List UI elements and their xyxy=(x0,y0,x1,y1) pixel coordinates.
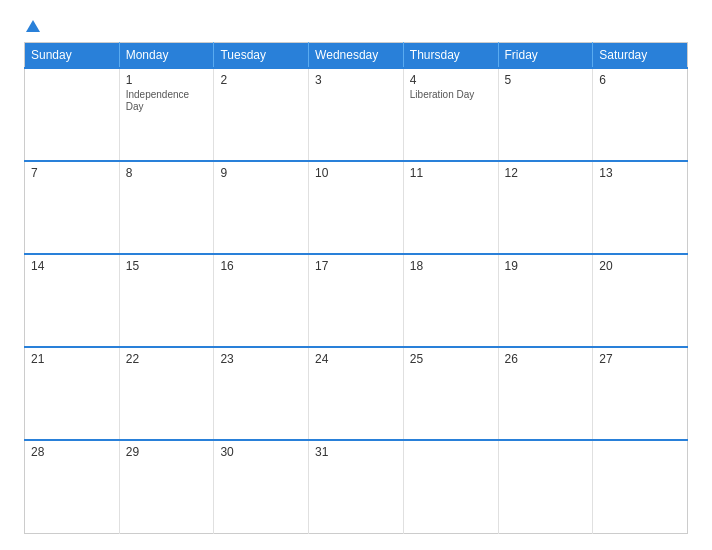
calendar-day-cell: 27 xyxy=(593,347,688,440)
calendar-day-cell: 14 xyxy=(25,254,120,347)
calendar-day-cell xyxy=(25,68,120,161)
day-number: 4 xyxy=(410,73,492,87)
calendar-day-cell: 23 xyxy=(214,347,309,440)
calendar-day-cell: 21 xyxy=(25,347,120,440)
day-of-week-header: Monday xyxy=(119,43,214,69)
calendar-day-cell: 28 xyxy=(25,440,120,533)
day-number: 3 xyxy=(315,73,397,87)
calendar-day-cell: 29 xyxy=(119,440,214,533)
calendar-day-cell: 1Independence Day xyxy=(119,68,214,161)
day-of-week-header: Thursday xyxy=(403,43,498,69)
day-number: 16 xyxy=(220,259,302,273)
day-of-week-header: Saturday xyxy=(593,43,688,69)
day-of-week-header: Sunday xyxy=(25,43,120,69)
calendar-day-cell: 25 xyxy=(403,347,498,440)
day-number: 22 xyxy=(126,352,208,366)
day-number: 11 xyxy=(410,166,492,180)
day-number: 9 xyxy=(220,166,302,180)
calendar-day-cell: 20 xyxy=(593,254,688,347)
calendar-day-cell: 7 xyxy=(25,161,120,254)
calendar-week-row: 1Independence Day234Liberation Day56 xyxy=(25,68,688,161)
day-number: 31 xyxy=(315,445,397,459)
calendar-day-cell: 22 xyxy=(119,347,214,440)
holiday-label: Liberation Day xyxy=(410,89,492,101)
calendar-table: SundayMondayTuesdayWednesdayThursdayFrid… xyxy=(24,42,688,534)
calendar-day-cell: 6 xyxy=(593,68,688,161)
day-number: 18 xyxy=(410,259,492,273)
calendar-week-row: 78910111213 xyxy=(25,161,688,254)
day-number: 30 xyxy=(220,445,302,459)
day-number: 1 xyxy=(126,73,208,87)
day-number: 23 xyxy=(220,352,302,366)
day-number: 29 xyxy=(126,445,208,459)
day-number: 12 xyxy=(505,166,587,180)
day-number: 28 xyxy=(31,445,113,459)
calendar-day-cell: 2 xyxy=(214,68,309,161)
day-number: 5 xyxy=(505,73,587,87)
calendar-day-cell: 10 xyxy=(309,161,404,254)
holiday-label: Independence Day xyxy=(126,89,208,113)
day-number: 14 xyxy=(31,259,113,273)
days-of-week-row: SundayMondayTuesdayWednesdayThursdayFrid… xyxy=(25,43,688,69)
calendar-day-cell: 8 xyxy=(119,161,214,254)
day-number: 10 xyxy=(315,166,397,180)
calendar-day-cell xyxy=(403,440,498,533)
calendar-week-row: 28293031 xyxy=(25,440,688,533)
day-of-week-header: Friday xyxy=(498,43,593,69)
calendar-day-cell: 3 xyxy=(309,68,404,161)
calendar-day-cell: 31 xyxy=(309,440,404,533)
calendar-day-cell: 9 xyxy=(214,161,309,254)
day-number: 24 xyxy=(315,352,397,366)
day-number: 17 xyxy=(315,259,397,273)
calendar-day-cell: 15 xyxy=(119,254,214,347)
calendar-body: 1Independence Day234Liberation Day567891… xyxy=(25,68,688,534)
day-of-week-header: Tuesday xyxy=(214,43,309,69)
day-of-week-header: Wednesday xyxy=(309,43,404,69)
logo xyxy=(24,20,40,32)
calendar-day-cell: 11 xyxy=(403,161,498,254)
calendar-day-cell: 30 xyxy=(214,440,309,533)
day-number: 8 xyxy=(126,166,208,180)
calendar-day-cell: 13 xyxy=(593,161,688,254)
day-number: 20 xyxy=(599,259,681,273)
day-number: 21 xyxy=(31,352,113,366)
calendar-week-row: 21222324252627 xyxy=(25,347,688,440)
day-number: 13 xyxy=(599,166,681,180)
calendar-day-cell: 4Liberation Day xyxy=(403,68,498,161)
calendar-day-cell xyxy=(593,440,688,533)
day-number: 27 xyxy=(599,352,681,366)
calendar-header: SundayMondayTuesdayWednesdayThursdayFrid… xyxy=(25,43,688,69)
day-number: 6 xyxy=(599,73,681,87)
calendar-day-cell: 24 xyxy=(309,347,404,440)
calendar-day-cell: 12 xyxy=(498,161,593,254)
day-number: 25 xyxy=(410,352,492,366)
calendar-day-cell: 16 xyxy=(214,254,309,347)
header xyxy=(24,20,688,32)
day-number: 7 xyxy=(31,166,113,180)
calendar-week-row: 14151617181920 xyxy=(25,254,688,347)
day-number: 15 xyxy=(126,259,208,273)
calendar-day-cell: 18 xyxy=(403,254,498,347)
calendar-day-cell: 17 xyxy=(309,254,404,347)
calendar-day-cell: 26 xyxy=(498,347,593,440)
day-number: 19 xyxy=(505,259,587,273)
day-number: 2 xyxy=(220,73,302,87)
calendar-day-cell: 5 xyxy=(498,68,593,161)
calendar-day-cell: 19 xyxy=(498,254,593,347)
logo-triangle-icon xyxy=(26,20,40,32)
day-number: 26 xyxy=(505,352,587,366)
page: SundayMondayTuesdayWednesdayThursdayFrid… xyxy=(0,0,712,550)
calendar-day-cell xyxy=(498,440,593,533)
